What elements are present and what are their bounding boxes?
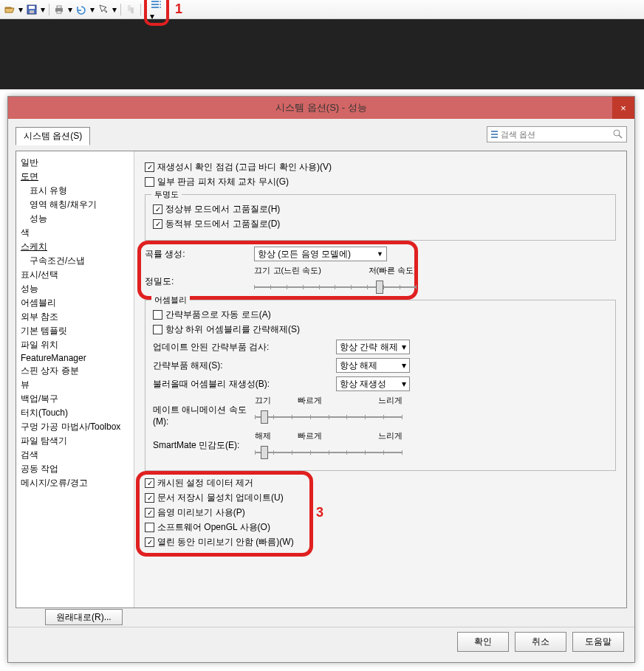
print-dropdown[interactable]: ▾ (67, 4, 73, 15)
select-icon[interactable] (97, 3, 110, 16)
search-input[interactable] (501, 130, 613, 139)
tree-item[interactable]: 어셈블리 (19, 296, 131, 310)
select-resolve[interactable]: 항상 해제▾ (336, 358, 410, 373)
undo-icon[interactable] (75, 3, 88, 16)
slider-smartmate[interactable] (255, 441, 402, 459)
options-dropdown[interactable]: ▾ (150, 11, 154, 21)
checkbox-verify[interactable]: ✓ (145, 162, 154, 172)
checkbox-autoload[interactable] (153, 310, 162, 320)
label: 업데이트 안된 간략부품 검사: (153, 341, 330, 354)
checkbox-normal-hq[interactable]: ✓ (153, 204, 162, 214)
dialog-titlebar: 시스템 옵션(S) - 성능 × (8, 97, 634, 119)
svg-rect-10 (151, 7, 159, 8)
checkbox-preview[interactable]: ✓ (145, 508, 154, 517)
tree-item[interactable]: 뷰 (19, 378, 131, 392)
label: 일부 판금 피처 자체 교차 무시(G) (157, 176, 289, 188)
tree-item[interactable]: 기본 템플릿 (19, 324, 131, 338)
label: 정상뷰 모드에서 고품질로(H) (165, 203, 280, 216)
save-dropdown[interactable]: ▾ (40, 4, 46, 15)
open-icon[interactable] (3, 3, 16, 16)
label: 동적뷰 모드에서 고품질로(D) (165, 218, 280, 230)
search-icon (613, 129, 623, 140)
slider-thumb[interactable] (261, 446, 268, 459)
checkbox-purge-cache[interactable]: ✓ (145, 478, 154, 488)
svg-rect-4 (57, 6, 61, 8)
label-curve: 곡률 생성: (145, 248, 248, 261)
tab-system-options[interactable]: 시스템 옵션(S) (16, 127, 90, 145)
slider-label: 빠르게 (298, 430, 322, 441)
slider-label: 느리게 (378, 395, 402, 406)
select-dropdown[interactable]: ▾ (112, 4, 117, 15)
checkbox-opengl[interactable] (145, 523, 154, 532)
ribbon-area (0, 19, 644, 89)
search-options[interactable] (487, 126, 627, 142)
rebuild-icon[interactable] (124, 3, 137, 16)
slider-mate-anim[interactable] (255, 406, 402, 424)
group-assembly: 어셈블리 간략부품으로 자동 로드(A) 항상 하위 어셈블리를 간략해제(S)… (145, 300, 616, 471)
svg-rect-2 (30, 10, 34, 13)
slider-label-high: 고(느린 속도) (273, 265, 321, 276)
svg-rect-5 (57, 11, 61, 13)
tree-item[interactable]: 터치(Touch) (19, 406, 131, 420)
select-curve[interactable]: 항상 (모든 음영 모델에)▼ (254, 247, 387, 261)
svg-point-17 (614, 130, 620, 136)
options-panel: ✓재생성시 확인 점검 (고급 바디 확인 사용)(V) 일부 판금 피처 자체… (134, 151, 626, 608)
tree-item[interactable]: 영역 해칭/채우기 (19, 198, 131, 212)
tree-item[interactable]: 표시 유형 (19, 184, 131, 198)
label: 소프트웨어 OpenGL 사용(O) (157, 521, 270, 534)
svg-rect-16 (491, 137, 498, 138)
slider-thumb[interactable] (261, 410, 268, 424)
tree-item[interactable]: 성능 (19, 282, 131, 296)
checkbox-always-resolve-sub[interactable] (153, 325, 162, 334)
tree-item[interactable]: 메시지/오류/경고 (19, 476, 131, 490)
label: SmartMate 민감도(E): (153, 430, 249, 452)
tree-item[interactable]: 스핀 상자 증분 (19, 364, 131, 378)
label: 열린 동안 미리보기 안함 (빠름)(W) (157, 536, 294, 548)
reset-button[interactable]: 원래대로(R)... (45, 609, 123, 625)
undo-dropdown[interactable]: ▾ (89, 4, 95, 15)
close-button[interactable]: × (612, 97, 634, 119)
tree-item[interactable]: 표시/선택 (19, 268, 131, 282)
slider-label: 끄기 (255, 395, 271, 406)
slider-thumb[interactable] (376, 281, 383, 294)
svg-rect-6 (128, 5, 131, 11)
ok-button[interactable]: 확인 (457, 632, 509, 652)
help-button[interactable]: 도움말 (572, 632, 624, 652)
tree-item[interactable]: 파일 탐색기 (19, 434, 131, 448)
label: 메이트 애니메이션 속도(M): (153, 395, 249, 427)
label: 간략부품 해제(S): (153, 359, 330, 372)
tree-item[interactable]: 구속조건/스냅 (19, 254, 131, 268)
select-rebuild[interactable]: 항상 재생성▾ (336, 376, 410, 391)
print-icon[interactable] (52, 3, 66, 16)
slider-detail[interactable] (254, 276, 417, 294)
open-dropdown[interactable]: ▾ (18, 4, 24, 15)
tree-item[interactable]: 외부 참조 (19, 310, 131, 324)
tree-item[interactable]: 검색 (19, 448, 131, 462)
checkbox-update-mass[interactable]: ✓ (145, 493, 154, 503)
checkbox-dynamic-hq[interactable]: ✓ (153, 219, 162, 229)
tree-item[interactable]: 구멍 가공 마법사/Toolbox (19, 420, 131, 434)
options-icon[interactable] (150, 0, 163, 11)
save-icon[interactable] (25, 3, 38, 16)
label: 항상 하위 어셈블리를 간략해제(S) (165, 323, 300, 336)
tree-item[interactable]: 공동 작업 (19, 462, 131, 476)
svg-point-12 (160, 4, 161, 5)
callout-1: 1 (175, 1, 182, 17)
tree-item[interactable]: 백업/복구 (19, 392, 131, 406)
checkbox-nopreview-open[interactable]: ✓ (145, 537, 154, 547)
slider-label-low: 저(빠른 속도) (369, 265, 417, 276)
select-update-check[interactable]: 항상 간략 해제▾ (336, 340, 410, 354)
options-list-icon (490, 129, 501, 140)
svg-rect-8 (151, 1, 159, 2)
tree-item[interactable]: 도면 (19, 170, 131, 184)
tree-item[interactable]: 파일 위치 (19, 338, 131, 352)
checkbox-ignore[interactable] (145, 177, 154, 187)
tree-item[interactable]: 색 (19, 226, 131, 240)
tree-item[interactable]: 스케치 (19, 240, 131, 254)
tree-item[interactable]: 성능 (19, 212, 131, 226)
highlight-1: ▾ (144, 0, 169, 26)
tree-item[interactable]: 일반 (19, 156, 131, 170)
cancel-button[interactable]: 취소 (515, 632, 566, 652)
label: 간략부품으로 자동 로드(A) (165, 309, 271, 321)
tree-item[interactable]: FeatureManager (19, 352, 131, 364)
